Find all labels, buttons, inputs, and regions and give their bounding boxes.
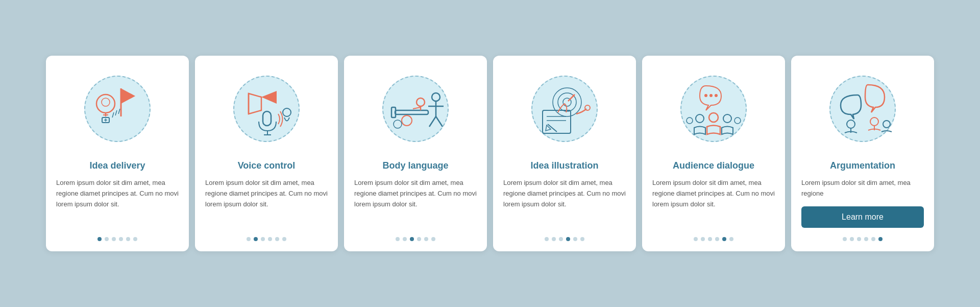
body-language-icon [382,76,449,142]
svg-line-27 [429,116,436,127]
dot [722,237,726,241]
icon-area-voice-control [226,68,307,150]
dot [282,237,286,241]
icon-area-audience-dialogue [673,68,754,150]
dot [403,237,407,241]
dot [431,237,435,241]
svg-point-39 [585,105,590,110]
card-argumentation: Argumentation Lorem ipsum dolor sit dim … [791,56,934,251]
dot [580,237,584,241]
voice-control-icon [233,76,300,142]
audience-dialogue-icon [680,76,747,142]
dot [878,237,883,241]
card-title-voice-control: Voice control [238,160,296,172]
card-text-argumentation: Lorem ipsum dolor sit dim amet, mea regi… [801,178,924,199]
dot [254,237,258,241]
card-title-idea-delivery: Idea delivery [89,160,145,172]
dot [843,237,847,241]
svg-point-3 [102,98,110,106]
dot [112,237,116,241]
card-text-idea-illustration: Lorem ipsum dolor sit dim amet, mea regi… [503,178,626,228]
svg-rect-15 [263,111,271,126]
svg-point-42 [704,94,707,97]
icon-area-idea-illustration [524,68,605,150]
dot [694,237,698,241]
svg-point-45 [709,113,718,122]
svg-point-0 [96,95,115,113]
card-text-audience-dialogue: Lorem ipsum dolor sit dim amet, mea regi… [652,178,775,228]
dot [133,237,137,241]
dots-voice-control [247,237,286,241]
dots-audience-dialogue [694,237,733,241]
card-title-argumentation: Argumentation [830,160,895,172]
card-text-voice-control: Lorem ipsum dolor sit dim amet, mea regi… [205,178,328,228]
card-title-body-language: Body language [382,160,448,172]
dot [97,237,102,241]
svg-point-30 [394,120,402,128]
svg-marker-14 [261,91,277,104]
dot [857,237,861,241]
argumentation-icon [829,76,896,142]
svg-point-44 [715,94,718,97]
svg-point-52 [870,117,878,126]
svg-line-11 [118,109,120,114]
svg-marker-7 [121,88,135,104]
svg-point-46 [696,114,704,123]
card-voice-control: Voice control Lorem ipsum dolor sit dim … [195,56,338,251]
dot [573,237,577,241]
svg-rect-19 [395,110,428,114]
dot [119,237,123,241]
card-idea-delivery: Idea delivery Lorem ipsum dolor sit dim … [46,56,189,251]
svg-rect-20 [391,107,396,117]
dot [424,237,428,241]
dot [850,237,854,241]
dot [559,237,563,241]
dot [126,237,130,241]
cards-container: Idea delivery Lorem ipsum dolor sit dim … [46,56,934,251]
dots-body-language [396,237,435,241]
svg-point-49 [734,117,741,124]
idea-delivery-icon [84,76,151,142]
svg-point-50 [847,120,855,128]
icon-area-idea-delivery [77,68,158,150]
idea-illustration-icon [531,76,598,142]
dot [105,237,109,241]
dot [247,237,251,241]
svg-marker-12 [249,93,261,114]
dot [396,237,400,241]
dot [871,237,875,241]
svg-point-18 [283,108,291,116]
svg-point-29 [402,115,412,126]
dot [268,237,272,241]
learn-more-button[interactable]: Learn more [801,206,924,228]
card-text-body-language: Lorem ipsum dolor sit dim amet, mea regi… [354,178,477,228]
dot [715,237,719,241]
svg-point-24 [432,93,440,101]
card-text-idea-delivery: Lorem ipsum dolor sit dim amet, mea regi… [56,178,179,228]
svg-point-48 [687,117,693,124]
svg-rect-36 [543,110,571,133]
dot [275,237,279,241]
dots-idea-illustration [545,237,584,241]
svg-point-21 [416,98,425,106]
dot [545,237,549,241]
svg-line-28 [436,116,443,127]
dot [417,237,421,241]
dots-idea-delivery [97,237,137,241]
dot [864,237,868,241]
svg-point-54 [883,121,890,128]
icon-area-argumentation [822,68,903,150]
card-title-idea-illustration: Idea illustration [530,160,598,172]
dot [410,237,414,241]
card-idea-illustration: Idea illustration Lorem ipsum dolor sit … [493,56,636,251]
dot [708,237,712,241]
dot [566,237,570,241]
dot [701,237,705,241]
dot [552,237,556,241]
svg-point-47 [723,114,731,123]
svg-point-43 [709,94,713,97]
dots-argumentation [843,237,883,241]
card-body-language: Body language Lorem ipsum dolor sit dim … [344,56,487,251]
card-title-audience-dialogue: Audience dialogue [673,160,754,172]
svg-line-10 [115,110,117,115]
